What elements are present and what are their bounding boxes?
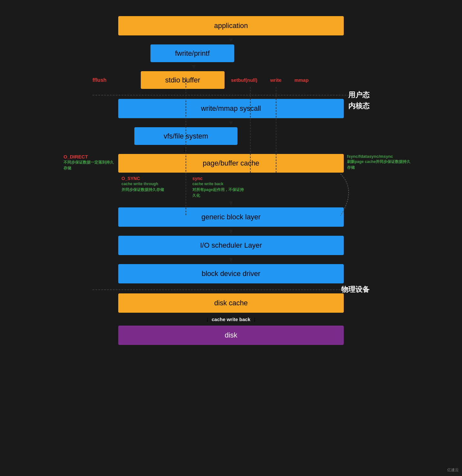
stdio-buffer-block: stdio buffer — [141, 71, 225, 89]
block-device-driver-block: block device driver — [118, 264, 344, 283]
arrow-fwrite-stdio: ▼ — [191, 62, 370, 71]
stdio-buffer-label: stdio buffer — [165, 76, 200, 84]
block-device-driver-label: block device driver — [202, 270, 260, 278]
fsync-desc: 刷新page cache并同步保证数据持久存储 — [347, 159, 411, 170]
arrow-cache-generic: ▼ — [92, 198, 370, 207]
watermark: 亿速云 — [447, 467, 459, 473]
mmap-label: mmap — [294, 77, 309, 83]
arrow-iosched-driver: ▼ — [92, 255, 370, 264]
page-cache-block: page/buffer cache — [118, 154, 344, 173]
disk-label: disk — [225, 331, 237, 339]
cache-writeback-row: ↓ cache write back ↓ — [92, 313, 370, 326]
arrow-syscall-vfs: ▼ — [92, 118, 370, 127]
write-label: write — [270, 77, 282, 83]
application-label: application — [214, 22, 248, 30]
fwrite-block: fwrite/printf — [150, 44, 234, 62]
disk-cache-label: disk cache — [214, 299, 248, 307]
cache-writeback-label: cache write back — [212, 317, 250, 322]
vfs-label: vfs/file system — [164, 132, 208, 140]
arrow-generic-iosched: ▼ — [92, 227, 370, 236]
disk-cache-block: disk cache — [118, 293, 344, 313]
syscall-label: write/mmap syscall — [201, 104, 261, 113]
io-scheduler-label: I/O scheduler Layer — [200, 241, 262, 250]
o-sync-annotation: O_SYNC cache write through 并同步保证数据持久存储 — [121, 176, 179, 193]
arrow-app-fwrite: ▼ — [92, 35, 370, 44]
o-sync-desc: cache write through 并同步保证数据持久存储 — [121, 181, 179, 193]
generic-block-label: generic block layer — [201, 213, 260, 221]
fsync-label: fsync/fdatasync/msync — [347, 154, 411, 159]
o-direct-annotation: O_DIRECT 不同步保证数据一定落到持久存储 — [63, 154, 115, 171]
disk-block: disk — [118, 326, 344, 345]
sync-label: sync — [192, 176, 244, 181]
page-cache-label: page/buffer cache — [203, 159, 259, 167]
fflush-label: fflush — [92, 77, 107, 83]
fflush-annotation: fflush — [92, 77, 107, 83]
vfs-block: vfs/file system — [134, 127, 237, 145]
setbuf-label: setbuf(null) — [231, 77, 257, 83]
arrow-vfs-cache: ↓ — [183, 145, 370, 154]
o-direct-desc: 不同步保证数据一定落到持久存储 — [63, 159, 115, 171]
o-direct-label: O_DIRECT — [63, 154, 115, 159]
sync-annotation: sync cache write back 对所有page起作用，不保证持久化 — [192, 176, 244, 198]
fwrite-label: fwrite/printf — [175, 49, 210, 58]
io-scheduler-block: I/O scheduler Layer — [118, 236, 344, 255]
syscall-block: write/mmap syscall — [118, 99, 344, 118]
generic-block-layer-block: generic block layer — [118, 207, 344, 227]
fsync-annotation: fsync/fdatasync/msync 刷新page cache并同步保证数… — [347, 154, 411, 170]
physical-label: 物理设备 — [341, 285, 370, 293]
application-block: application — [118, 16, 344, 35]
user-space-label: 用户态 — [348, 90, 370, 100]
sync-desc: cache write back 对所有page起作用，不保证持久化 — [192, 181, 244, 198]
kernel-space-label: 内核态 — [348, 101, 370, 111]
o-sync-label: O_SYNC — [121, 176, 179, 181]
